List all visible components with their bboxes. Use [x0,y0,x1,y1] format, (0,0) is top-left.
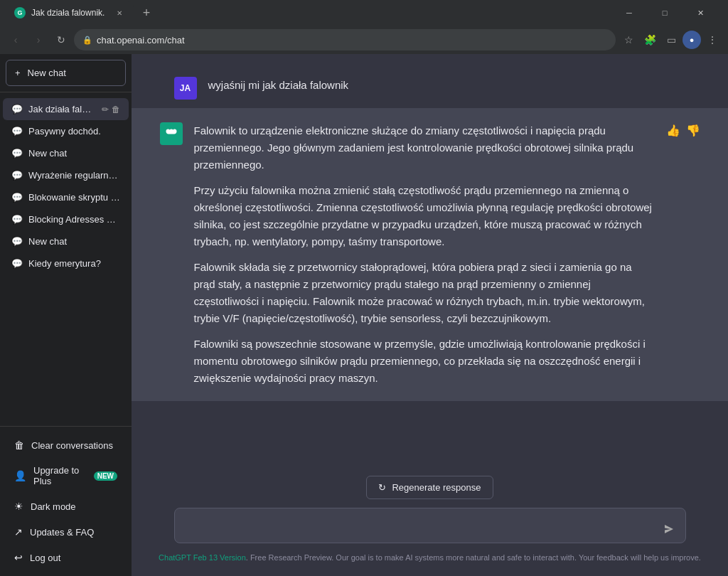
user-message-content: wyjaśnij mi jak działa falownik [208,77,686,100]
sidebar: + New chat 💬 Jak działa falownik. ✏ 🗑 💬 … [0,54,132,576]
assistant-para-1: Falownik to urządzenie elektroniczne słu… [194,122,655,174]
assistant-message-row: Falownik to urządzenie elektroniczne słu… [132,108,728,401]
send-button[interactable] [659,519,679,539]
new-tab-button[interactable]: + [136,3,156,23]
close-button[interactable]: ✕ [684,2,717,23]
edit-conv-button[interactable]: ✏ [102,105,109,114]
sun-icon: ☀ [14,501,23,512]
clear-conversations-label: Clear conversations [31,440,113,451]
log-out-button[interactable]: ↩ Log out [6,545,126,570]
chat-footer: ↻ Regenerate response ChatGPT Feb 13 Ver… [132,467,728,576]
dark-mode-label: Dark mode [31,501,76,512]
regenerate-button[interactable]: ↻ Regenerate response [366,476,493,499]
reload-button[interactable]: ↻ [51,30,71,50]
nav-actions: ☆ 🧩 ▭ ● ⋮ [619,30,722,50]
app-container: + New chat 💬 Jak działa falownik. ✏ 🗑 💬 … [0,54,728,576]
conv-item-5[interactable]: 💬 Blokowanie skryptu RegEx [3,186,129,208]
chat-icon-3: 💬 [11,148,23,159]
conv-item-2[interactable]: 💬 Pasywny dochód. [3,120,129,142]
regenerate-icon: ↻ [378,482,386,493]
conv-label-4: Wyrażenie regularne dla bloka [28,170,120,181]
conv-item-8[interactable]: 💬 Kiedy emerytura? [3,252,129,274]
trash-icon: 🗑 [14,439,24,451]
forward-button[interactable]: › [28,30,48,50]
tab-title: Jak działa falownik. [31,8,108,18]
upgrade-label: Upgrade to Plus [33,465,87,486]
user-avatar: JA [174,77,197,100]
regenerate-label: Regenerate response [392,482,481,493]
conv-label-7: New chat [28,236,120,247]
input-area [174,508,686,546]
minimize-button[interactable]: ─ [613,2,646,23]
conv-label-2: Pasywny dochód. [28,126,120,137]
chat-input[interactable] [174,508,686,543]
conv-item-6[interactable]: 💬 Blocking Adresses with RegEx [3,208,129,230]
browser-chrome: G Jak działa falownik. ✕ + ─ □ ✕ ‹ › ↻ 🔒… [0,0,728,54]
extensions-button[interactable]: 🧩 [640,30,660,50]
conv-label-3: New chat [28,148,120,159]
user-message-text: wyjaśnij mi jak działa falownik [208,79,349,91]
bookmark-button[interactable]: ☆ [619,30,638,50]
user-message-row: JA wyjaśnij mi jak działa falownik [160,68,700,108]
chat-icon-8: 💬 [11,258,23,269]
tab-favicon: G [14,7,26,18]
chat-messages: JA wyjaśnij mi jak działa falownik Falow… [132,54,728,467]
sidebar-toggle-button[interactable]: ▭ [661,30,681,50]
url-text: chat.openai.com/chat [97,35,607,46]
address-bar[interactable]: 🔒 chat.openai.com/chat [74,29,616,50]
window-controls: ─ □ ✕ [613,2,717,23]
gpt-avatar [160,122,183,145]
chat-icon-7: 💬 [11,236,23,247]
back-button[interactable]: ‹ [6,30,26,50]
title-bar: G Jak działa falownik. ✕ + ─ □ ✕ [0,0,728,26]
assistant-para-2: Przy użyciu falownika można zmienić stał… [194,182,655,250]
clear-conversations-button[interactable]: 🗑 Clear conversations [6,432,126,458]
conv-label-5: Blokowanie skryptu RegEx [28,192,120,203]
conv-label: Jak działa falownik. [28,104,96,114]
new-chat-label: New chat [28,68,66,78]
conv-item-4[interactable]: 💬 Wyrażenie regularne dla bloka [3,164,129,186]
assistant-para-4: Falowniki są powszechnie stosowane w prz… [194,336,655,387]
footer-notice: ChatGPT Feb 13 Version. Free Research Pr… [146,553,714,562]
updates-faq-button[interactable]: ↗ Updates & FAQ [6,519,126,545]
conv-item-active[interactable]: 💬 Jak działa falownik. ✏ 🗑 [3,98,129,120]
plus-icon: + [15,68,21,78]
assistant-msg-inner: Falownik to urządzenie elektroniczne słu… [160,122,700,387]
thumbs-down-button[interactable]: 👎 [686,124,700,387]
lock-icon: 🔒 [82,36,92,45]
thumbs-up-button[interactable]: 👍 [666,124,680,387]
assistant-message-content: Falownik to urządzenie elektroniczne słu… [194,122,655,387]
delete-conv-button[interactable]: 🗑 [112,105,120,114]
conv-actions: ✏ 🗑 [102,105,120,114]
footer-link[interactable]: ChatGPT Feb 13 Version [159,553,246,562]
sidebar-top: + New chat [0,54,132,92]
nav-bar: ‹ › ↻ 🔒 chat.openai.com/chat ☆ 🧩 ▭ ● ⋮ [0,26,728,54]
browser-tab[interactable]: G Jak działa falownik. ✕ [6,1,134,24]
menu-button[interactable]: ⋮ [702,30,722,50]
chat-icon-2: 💬 [11,126,23,137]
logout-icon: ↩ [14,552,23,563]
external-link-icon: ↗ [14,526,23,538]
upgrade-to-plus-button[interactable]: 👤 Upgrade to Plus NEW [6,458,126,494]
main-chat: JA wyjaśnij mi jak działa falownik Falow… [132,54,728,576]
chat-icon-6: 💬 [11,214,23,225]
footer-text: . Free Research Preview. Our goal is to … [246,553,701,562]
tab-close-button[interactable]: ✕ [114,7,125,18]
chat-icon: 💬 [11,104,23,114]
dark-mode-button[interactable]: ☀ Dark mode [6,494,126,519]
conv-label-6: Blocking Adresses with RegEx [28,214,120,225]
conv-item-3[interactable]: 💬 New chat [3,142,129,164]
new-chat-button[interactable]: + New chat [6,60,126,86]
maximize-button[interactable]: □ [648,2,681,23]
assistant-para-3: Falownik składa się z przetwornicy stało… [194,259,655,327]
conv-item-7[interactable]: 💬 New chat [3,230,129,252]
chat-icon-5: 💬 [11,192,23,203]
new-badge: NEW [94,471,117,481]
sidebar-bottom: 🗑 Clear conversations 👤 Upgrade to Plus … [0,426,132,576]
profile-button[interactable]: ● [682,31,701,49]
chat-icon-4: 💬 [11,170,23,181]
sidebar-conversations: 💬 Jak działa falownik. ✏ 🗑 💬 Pasywny doc… [0,92,132,426]
conv-label-8: Kiedy emerytura? [28,258,120,269]
log-out-label: Log out [30,553,60,563]
user-icon: 👤 [14,470,26,481]
